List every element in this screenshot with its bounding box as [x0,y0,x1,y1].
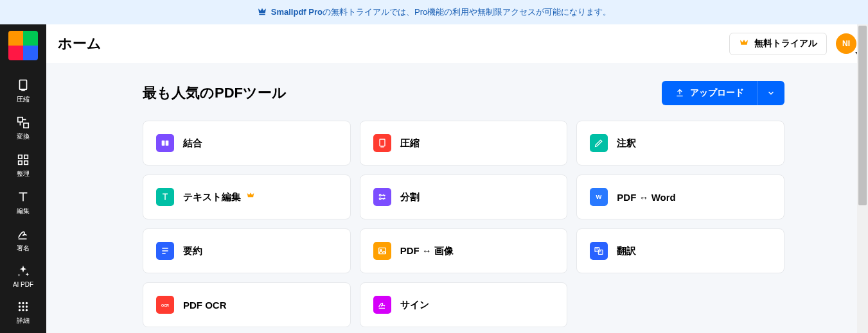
svg-rect-5 [19,161,22,165]
svg-rect-22 [378,248,385,253]
page-title: ホーム [58,34,729,53]
svg-text:A: A [599,250,602,253]
nav-compress[interactable]: 圧縮 [0,72,46,109]
svg-point-8 [22,302,24,304]
svg-point-19 [379,194,381,196]
nav-sign[interactable]: 署名 [0,221,46,258]
svg-rect-6 [24,161,28,165]
nav-edit[interactable]: 編集 [0,184,46,221]
tool-card-compress[interactable]: 圧縮 [360,121,568,166]
svg-point-14 [22,309,24,311]
svg-rect-1 [18,117,22,122]
svg-text:OCR: OCR [161,303,169,307]
text-icon [16,190,30,204]
nav-convert[interactable]: 変換 [0,109,46,146]
tool-card-word[interactable]: WPDF ↔ Word [576,175,784,219]
app-logo[interactable] [8,31,38,60]
upload-icon [675,88,685,98]
sign-icon [373,296,391,314]
tool-label: PDF OCR [183,300,227,311]
svg-point-11 [22,305,24,307]
pro-badge-icon [246,191,255,203]
scrollbar-thumb[interactable] [858,26,867,205]
tool-card-annotate[interactable]: 注釈 [576,121,784,166]
tool-label: 結合 [183,137,202,149]
svg-text:文: 文 [596,247,599,251]
tools-grid: 結合圧縮注釈テキスト編集分割WPDF ↔ Word要約PDF ↔ 画像文A翻訳O… [143,121,784,327]
svg-rect-18 [380,139,385,146]
svg-point-15 [26,309,28,311]
upload-button[interactable]: アップロード [662,81,757,105]
svg-point-13 [19,309,21,311]
svg-rect-0 [20,80,27,90]
content-area: 最も人気のPDFツール アップロード 結合圧縮注釈テキスト編集分割WPDF ↔ … [46,63,868,333]
tool-label: 分割 [400,191,420,203]
tool-label: 圧縮 [400,137,420,149]
svg-rect-4 [24,155,28,159]
nav-organize[interactable]: 整理 [0,146,46,184]
chevron-down-icon [766,89,775,98]
apps-icon [16,300,30,314]
svg-point-9 [26,302,28,304]
section-title: 最も人気のPDFツール [143,83,662,103]
convert-icon [16,115,30,130]
tool-label: PDF ↔ 画像 [400,245,454,257]
svg-text:W: W [596,194,602,200]
word-icon: W [590,188,608,206]
sidebar: 圧縮 変換 整理 編集 署名 AI PDF 詳細 [0,24,46,333]
svg-rect-17 [166,141,169,146]
header: ホーム 無料トライアル NI [46,24,868,63]
svg-point-20 [379,198,381,200]
compress-icon [16,78,30,92]
svg-rect-16 [162,141,165,146]
text-icon [156,188,174,206]
upload-dropdown-button[interactable] [757,81,784,105]
tool-card-translate[interactable]: 文A翻訳 [576,228,784,273]
svg-point-10 [19,305,21,307]
user-avatar[interactable]: NI [836,33,856,54]
ocr-icon: OCR [156,296,174,314]
scrollbar[interactable] [857,24,868,333]
free-trial-button[interactable]: 無料トライアル [729,33,827,55]
nav-ai-pdf[interactable]: AI PDF [0,258,46,293]
image-icon [373,242,391,260]
tool-label: 要約 [183,245,202,257]
nav-more[interactable]: 詳細 [0,293,46,330]
tool-card-summary[interactable]: 要約 [143,228,351,273]
svg-rect-3 [19,155,22,159]
sign-icon [16,227,30,241]
merge-icon [156,134,174,152]
tool-label: テキスト編集 [183,191,241,203]
annotate-icon [590,134,608,152]
summary-icon [156,242,174,260]
compress-icon [373,134,391,152]
tool-card-image[interactable]: PDF ↔ 画像 [360,228,568,273]
tool-card-sign[interactable]: サイン [360,282,568,327]
crown-icon [739,38,749,50]
svg-rect-2 [24,123,28,128]
tool-label: 翻訳 [617,245,636,257]
crown-icon [257,6,267,19]
promo-banner[interactable]: Smallpdf Proの無料トライアルでは、Pro機能の利用や無制限アクセスが… [0,0,868,24]
svg-point-12 [26,305,28,307]
translate-icon: 文A [590,242,608,260]
sparkle-icon [16,264,30,278]
tool-card-split[interactable]: 分割 [360,175,568,219]
tool-card-ocr[interactable]: OCRPDF OCR [143,282,351,327]
tool-card-merge[interactable]: 結合 [143,121,351,166]
grid-icon [16,153,30,167]
split-icon [373,188,391,206]
tool-label: 注釈 [617,137,636,149]
svg-point-7 [19,302,21,304]
tool-label: サイン [400,299,429,311]
tool-card-text[interactable]: テキスト編集 [143,175,351,219]
promo-text: Smallpdf Proの無料トライアルでは、Pro機能の利用や無制限アクセスが… [271,6,611,18]
tool-label: PDF ↔ Word [617,192,675,203]
